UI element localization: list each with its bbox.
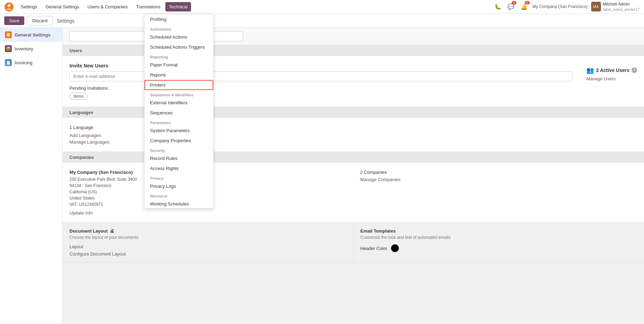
dropdown-item-scheduled-actions[interactable]: Scheduled Actions [145,32,213,42]
active-users-count: 2 Active Users [596,67,629,73]
doc-layout-body: Document Layout 🖨 Choose the layout of y… [63,223,353,262]
dropdown-category-automation: Automation [145,24,213,32]
inventory-icon: 📦 [5,45,12,52]
nav-technical[interactable]: Technical [165,2,191,11]
dropdown-category-privacy: Privacy [145,173,213,181]
dropdown-item-privacy-logs[interactable]: Privacy Logs [145,181,213,191]
sidebar-label-general-settings: General Settings [15,32,50,38]
nav-settings[interactable]: Settings [17,2,41,11]
layout-field-label: Layout [69,244,346,249]
dropdown-category-parameters: Parameters [145,118,213,125]
email-templates-title: Email Templates [361,228,637,234]
dropdown-item-scheduled-actions-triggers[interactable]: Scheduled Actions Triggers [145,42,213,52]
dropdown-scroll[interactable]: Profiling Automation Scheduled Actions S… [145,14,213,209]
bug-icon: 🐛 [494,3,501,10]
action-bar: Save Discard Settings [0,14,644,28]
company-name: My Company (San Francisco) [532,4,588,9]
dropdown-category-resource: Resource [145,191,213,199]
action-bar-title: Settings [57,18,75,24]
nav-general-settings[interactable]: General Settings [42,2,83,11]
sidebar-label-inventory: Inventory [15,46,33,51]
invoicing-icon: 📋 [5,59,12,66]
doc-layout-label: Document Layout [69,228,108,234]
header-color-swatch[interactable] [391,244,399,252]
configure-doc-layout-link[interactable]: Configure Document Layout [69,251,126,257]
dropdown-category-reporting: Reporting [145,52,213,60]
sidebar-item-general-settings[interactable]: ⚙ General Settings [0,28,62,42]
bug-icon-button[interactable]: 🐛 [493,2,503,11]
nav-right: 🐛 💬 4 🔔 2 My Company (San Francisco) MA … [493,2,640,12]
active-users-panel: 👥 2 Active Users ? Manage Users [586,63,637,100]
svg-point-1 [8,4,10,7]
sidebar-item-inventory[interactable]: 📦 Inventory [0,42,62,56]
pending-user-badge[interactable]: demo [69,93,88,100]
document-layout-section: Document Layout 🖨 Choose the layout of y… [63,223,354,262]
top-navigation: Settings General Settings Users & Compan… [0,0,644,14]
nav-users-companies[interactable]: Users & Companies [84,2,131,11]
user-label: label_zebra_printer17 [603,7,640,12]
main-layout: ⚙ General Settings 📦 Inventory 📋 Invoici… [0,28,644,324]
dropdown-item-company-properties[interactable]: Company Properties [145,136,213,146]
general-settings-icon: ⚙ [5,31,12,38]
technical-dropdown: Profiling Automation Scheduled Actions S… [144,14,214,209]
user-name: Mitchell Admin [603,2,640,7]
app-logo[interactable] [4,2,14,12]
chat-badge: 4 [512,1,517,5]
sidebar-label-invoicing: Invoicing [15,60,32,65]
dropdown-item-profiling[interactable]: Profiling [145,14,213,24]
nav-translations[interactable]: Translations [132,2,164,11]
header-color-label: Header Color [361,246,387,251]
user-info[interactable]: MA Mitchell Admin label_zebra_printer17 [591,2,640,12]
dropdown-item-printers[interactable]: Printers [145,80,213,90]
chat-icon-button[interactable]: 💬 4 [506,2,516,11]
companies-count: 2 Companies [360,170,637,175]
dropdown-item-sequences[interactable]: Sequences [145,108,213,118]
email-templates-section: Email Templates Customize the look and f… [354,223,644,262]
printer-icon: 🖨 [110,228,114,234]
user-avatar: MA [591,2,601,11]
sidebar-item-invoicing[interactable]: 📋 Invoicing [0,56,62,70]
dropdown-item-record-rules[interactable]: Record Rules [145,153,213,163]
doc-layout-desc: Choose the layout of your documents [69,235,346,240]
companies-right: 2 Companies Manage Companies [360,170,637,216]
sidebar: ⚙ General Settings 📦 Inventory 📋 Invoici… [0,28,63,324]
dropdown-category-sequences: Sequences & Identifiers [145,90,213,98]
help-icon[interactable]: ? [631,67,637,73]
discard-button[interactable]: Discard [27,16,53,25]
active-users-row: 👥 2 Active Users ? [586,66,637,74]
dropdown-item-reports[interactable]: Reports [145,70,213,80]
activity-icon-button[interactable]: 🔔 2 [519,2,529,11]
users-group-icon: 👥 [586,66,594,74]
manage-users-link[interactable]: Manage Users [586,76,616,81]
bottom-sections: Document Layout 🖨 Choose the layout of y… [63,223,644,262]
email-templates-desc: Customize the look and feel of automated… [361,235,637,240]
dropdown-category-security: Security [145,146,213,153]
activity-badge: 2 [525,1,530,5]
dropdown-item-working-schedules[interactable]: Working Schedules [145,199,213,209]
manage-companies-link[interactable]: Manage Companies [360,177,637,182]
update-info-link[interactable]: Update Info [69,210,93,216]
dropdown-item-external-identifiers[interactable]: External Identifiers [145,98,213,108]
header-color-row: Header Color [361,244,637,252]
dropdown-item-access-rights[interactable]: Access Rights [145,163,213,173]
email-templates-body: Email Templates Customize the look and f… [354,223,644,258]
save-button[interactable]: Save [4,16,24,25]
nav-links: Settings General Settings Users & Compan… [17,2,493,11]
dropdown-item-system-parameters[interactable]: System Parameters [145,125,213,136]
doc-layout-title: Document Layout 🖨 [69,228,346,234]
dropdown-item-paper-format[interactable]: Paper Format [145,60,213,70]
